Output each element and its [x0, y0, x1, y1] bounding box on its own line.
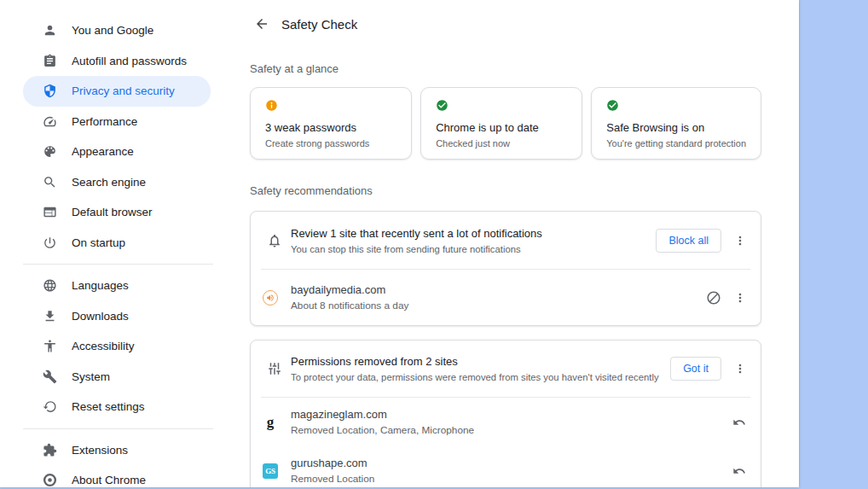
glance-section-label: Safety at a glance [250, 62, 763, 75]
shield-icon [43, 84, 57, 98]
chrome-logo-icon [43, 473, 57, 487]
sidebar-item-appearance[interactable]: Appearance [23, 137, 211, 167]
palette-icon [43, 144, 57, 159]
site-name: gurushape.com [291, 457, 732, 469]
site-detail: Removed Location [291, 473, 732, 485]
sidebar-divider [23, 428, 213, 429]
speaker-favicon-icon [263, 290, 278, 306]
sidebar-item-languages[interactable]: Languages [23, 271, 211, 301]
sidebar-item-label: Privacy and security [72, 84, 175, 97]
sidebar-item-privacy-and-security[interactable]: Privacy and security [23, 76, 211, 107]
undo-icon[interactable] [732, 415, 747, 430]
sidebar-item-accessibility[interactable]: Accessibility [23, 331, 211, 362]
sidebar-item-system[interactable]: System [23, 362, 211, 393]
block-all-button[interactable]: Block all [656, 229, 721, 253]
sidebar-divider [23, 264, 213, 265]
page-header: Safety Check [250, 0, 763, 48]
glance-card-passwords[interactable]: 3 weak passwords Create strong passwords [250, 87, 412, 160]
sidebar-item-label: Performance [72, 115, 137, 128]
chrome-settings-window: You and Google Autofill and passwords Pr… [0, 0, 799, 487]
check-circle-icon [436, 99, 567, 112]
bell-icon [267, 233, 282, 248]
magazineglam-favicon: g [263, 415, 278, 430]
browser-window-icon [43, 205, 57, 219]
power-icon [43, 236, 57, 250]
glance-card-title: Chrome is up to date [436, 121, 567, 134]
wrench-icon [43, 370, 57, 384]
sidebar-item-you-and-google[interactable]: You and Google [23, 15, 211, 46]
permissions-card-header: Permissions removed from 2 sites To prot… [251, 341, 761, 397]
search-icon [43, 175, 57, 189]
sidebar-item-reset-settings[interactable]: Reset settings [23, 392, 211, 422]
notifications-review-card: Review 1 site that recently sent a lot o… [250, 211, 761, 326]
settings-sidebar: You and Google Autofill and passwords Pr… [0, 0, 232, 487]
download-icon [43, 309, 57, 323]
gurushape-favicon: GS [263, 463, 278, 479]
sidebar-item-extensions[interactable]: Extensions [23, 435, 211, 466]
accessibility-icon [43, 339, 57, 353]
sidebar-item-performance[interactable]: Performance [23, 107, 211, 137]
site-name: baydailymedia.com [291, 283, 706, 296]
sidebar-item-label: On startup [72, 236, 125, 249]
sidebar-item-search-engine[interactable]: Search engine [23, 167, 211, 198]
sidebar-item-label: Default browser [72, 206, 153, 218]
glance-card-title: 3 weak passwords [265, 121, 396, 134]
reset-icon [43, 399, 57, 414]
sidebar-item-about-chrome[interactable]: About Chrome [23, 465, 211, 487]
got-it-button[interactable]: Got it [670, 357, 721, 381]
back-arrow-icon[interactable] [254, 16, 269, 32]
glance-card-subtitle: Checked just now [436, 138, 567, 148]
block-icon[interactable] [706, 290, 721, 306]
glance-card-title: Safe Browsing is on [606, 121, 746, 134]
notifications-card-header: Review 1 site that recently sent a lot o… [251, 212, 761, 269]
page-title: Safety Check [281, 17, 357, 32]
site-row-gurushape: GS gurushape.com Removed Location [251, 446, 761, 487]
info-icon [265, 99, 396, 112]
check-circle-icon [606, 99, 746, 112]
more-menu-icon[interactable] [733, 362, 747, 375]
sidebar-item-label: You and Google [72, 24, 153, 37]
sidebar-item-label: Autofill and passwords [72, 55, 187, 67]
sidebar-item-label: Reset settings [72, 400, 145, 413]
glance-card-safe-browsing[interactable]: Safe Browsing is on You're getting stand… [591, 87, 761, 160]
sidebar-item-label: Appearance [72, 145, 134, 158]
site-detail: Removed Location, Camera, Microphone [291, 424, 732, 436]
site-row-magazineglam: g magazineglam.com Removed Location, Cam… [251, 398, 761, 446]
tune-icon [267, 361, 282, 376]
sidebar-item-label: Search engine [72, 176, 146, 189]
site-text: gurushape.com Removed Location [291, 457, 732, 485]
more-menu-icon[interactable] [733, 234, 747, 247]
undo-icon[interactable] [732, 463, 747, 479]
speedometer-icon [43, 114, 57, 129]
site-text: baydailymedia.com About 8 notifications … [291, 283, 706, 311]
sidebar-item-label: About Chrome [72, 474, 146, 486]
card-subtitle: To protect your data, permissions were r… [291, 372, 660, 382]
site-detail: About 8 notifications a day [291, 300, 706, 311]
glance-cards-row: 3 weak passwords Create strong passwords… [250, 87, 761, 160]
card-title: Review 1 site that recently sent a lot o… [291, 227, 645, 240]
notifications-card-text: Review 1 site that recently sent a lot o… [291, 227, 645, 254]
clipboard-icon [43, 54, 57, 68]
globe-icon [43, 278, 57, 293]
sidebar-item-on-startup[interactable]: On startup [23, 228, 211, 259]
sidebar-item-default-browser[interactable]: Default browser [23, 197, 211, 228]
sidebar-item-label: Accessibility [72, 340, 135, 352]
sidebar-item-label: Extensions [72, 444, 128, 457]
permissions-removed-card: Permissions removed from 2 sites To prot… [250, 340, 761, 487]
glance-card-subtitle: Create strong passwords [265, 138, 396, 148]
site-row-baydailymedia: baydailymedia.com About 8 notifications … [251, 270, 761, 325]
sidebar-item-downloads[interactable]: Downloads [23, 301, 211, 332]
glance-card-updates[interactable]: Chrome is up to date Checked just now [420, 87, 582, 160]
sidebar-item-label: Downloads [72, 310, 129, 323]
sidebar-item-autofill[interactable]: Autofill and passwords [23, 46, 211, 77]
safety-check-page: Safety Check Safety at a glance 3 weak p… [250, 0, 763, 487]
puzzle-icon [43, 443, 57, 457]
site-text: magazineglam.com Removed Location, Camer… [291, 408, 732, 436]
permissions-card-text: Permissions removed from 2 sites To prot… [291, 355, 660, 382]
sidebar-item-label: Languages [72, 279, 129, 292]
more-menu-icon[interactable] [733, 291, 747, 305]
glance-card-subtitle: You're getting standard protection [606, 138, 746, 148]
card-subtitle: You can stop this site from sending futu… [291, 244, 645, 254]
sidebar-item-label: System [72, 370, 110, 383]
recommendations-section-label: Safety recommendations [250, 184, 763, 197]
